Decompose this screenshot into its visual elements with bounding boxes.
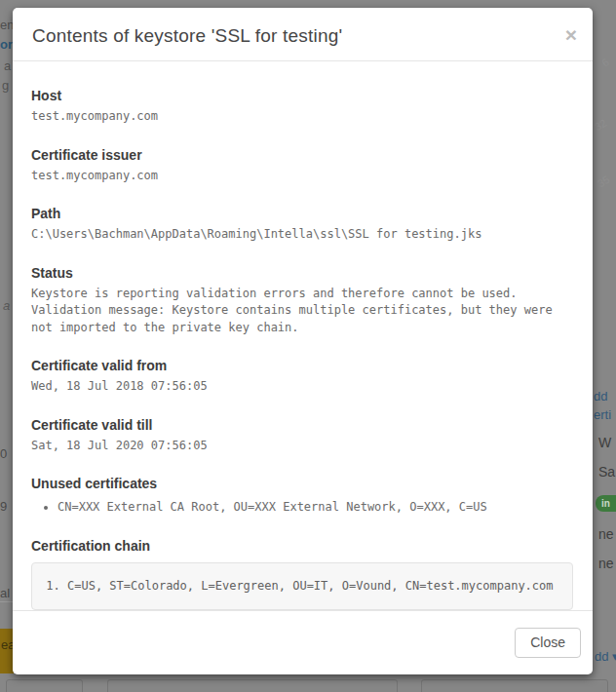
- valid-from-label: Certificate valid from: [31, 358, 573, 373]
- path-label: Path: [31, 206, 573, 221]
- certification-chain-box: C=US, ST=Colorado, L=Evergreen, OU=IT, O…: [31, 562, 573, 611]
- bg-field-fragment: [6, 679, 83, 692]
- section-path: Path C:\Users\Bachman\AppData\Roaming\In…: [31, 206, 573, 244]
- bg-text-fragment: a: [4, 58, 11, 73]
- bg-text-fragment: a: [3, 298, 10, 313]
- host-label: Host: [31, 88, 573, 103]
- valid-till-value: Sat, 18 Jul 2020 07:56:05: [31, 438, 573, 455]
- path-value: C:\Users\Bachman\AppData\Roaming\Intella…: [31, 226, 573, 244]
- host-value: test.mycompany.com: [31, 108, 573, 126]
- bg-text-fragment: 0: [0, 446, 7, 461]
- caret-down-icon: ▾: [612, 649, 616, 664]
- dialog-header: Contents of keystore 'SSL for testing' ×: [13, 8, 593, 61]
- bg-add-button-fragment: dd ▾: [595, 649, 616, 664]
- bg-watermark: 32: [593, 117, 609, 134]
- section-status: Status Keystore is reporting validation …: [31, 265, 573, 337]
- bg-field-fragment: [421, 679, 608, 692]
- unused-certificates-label: Unused certificates: [31, 476, 573, 491]
- dialog-footer: Close: [13, 610, 593, 674]
- unused-certificates-list: CN=XXX External CA Root, OU=XXX External…: [31, 499, 573, 517]
- bg-link-fragment: or: [0, 37, 13, 52]
- unused-certificate-item: CN=XXX External CA Root, OU=XXX External…: [58, 499, 573, 517]
- close-icon[interactable]: ×: [565, 24, 577, 45]
- section-valid-till: Certificate valid till Sat, 18 Jul 2020 …: [31, 417, 573, 455]
- bg-divider: [0, 601, 13, 602]
- valid-from-value: Wed, 18 Jul 2018 07:56:05: [31, 378, 573, 396]
- valid-till-label: Certificate valid till: [31, 417, 573, 433]
- dialog-title: Contents of keystore 'SSL for testing': [32, 25, 573, 47]
- bg-watermark: 6: [599, 56, 611, 68]
- bg-watermark: 35: [596, 173, 612, 190]
- bg-green-badge-fragment: in: [596, 495, 616, 512]
- certificate-issuer-value: test.mycompany.com: [31, 168, 573, 185]
- certification-chain-label: Certification chain: [31, 538, 573, 554]
- bg-text-fragment: ne: [598, 556, 614, 571]
- bg-text-fragment: ne: [598, 526, 614, 542]
- bg-yellow-button-fragment: ea: [0, 629, 14, 673]
- section-certificate-issuer: Certificate issuer test.mycompany.com: [31, 147, 573, 185]
- certification-chain-item: C=US, ST=Colorado, L=Evergreen, OU=IT, O…: [67, 578, 560, 596]
- bg-text-fragment: g: [2, 78, 9, 93]
- certificate-issuer-label: Certificate issuer: [31, 147, 573, 163]
- status-label: Status: [31, 265, 573, 281]
- section-unused-certificates: Unused certificates CN=XXX External CA R…: [31, 476, 573, 517]
- bg-text-fragment: W: [598, 435, 611, 450]
- bg-text-fragment: al: [0, 586, 10, 600]
- bg-link-fragment: dd: [594, 389, 607, 404]
- section-valid-from: Certificate valid from Wed, 18 Jul 2018 …: [31, 358, 573, 396]
- status-value: Keystore is reporting validation errors …: [31, 286, 573, 337]
- close-button[interactable]: Close: [515, 628, 581, 658]
- section-host: Host test.mycompany.com: [31, 88, 573, 126]
- bg-field-fragment: [107, 679, 398, 692]
- certification-chain-list: C=US, ST=Colorado, L=Evergreen, OU=IT, O…: [44, 578, 560, 596]
- bg-text-fragment: 9: [0, 499, 7, 514]
- bg-text-fragment: Sa: [598, 464, 615, 480]
- keystore-contents-dialog: Contents of keystore 'SSL for testing' ×…: [13, 8, 593, 674]
- dialog-body: Host test.mycompany.com Certificate issu…: [13, 61, 593, 610]
- bg-link-fragment: erti: [594, 407, 611, 422]
- section-certification-chain: Certification chain C=US, ST=Colorado, L…: [31, 538, 573, 611]
